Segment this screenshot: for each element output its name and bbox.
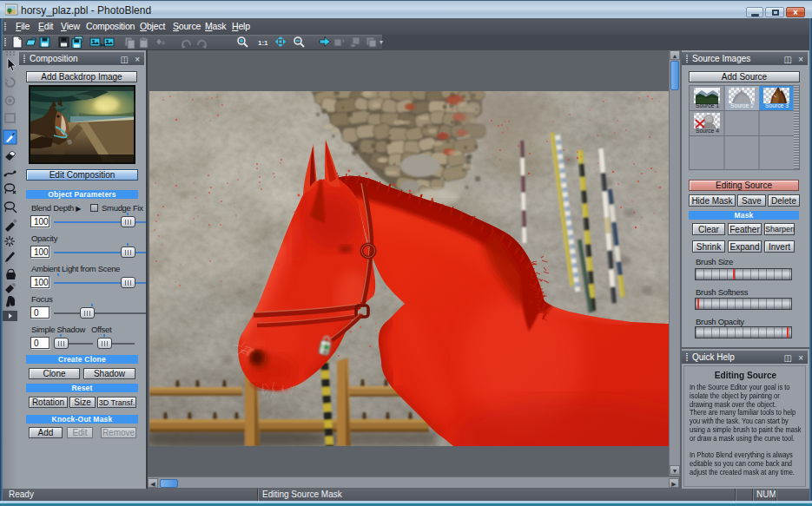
svg-text:Source 4: Source 4 <box>696 127 719 135</box>
svg-text:Source 2: Source 2 <box>730 102 754 109</box>
svg-text:Source 1: Source 1 <box>696 102 719 109</box>
svg-text:1:1: 1:1 <box>258 39 268 47</box>
svg-text:Source 3: Source 3 <box>765 102 789 109</box>
